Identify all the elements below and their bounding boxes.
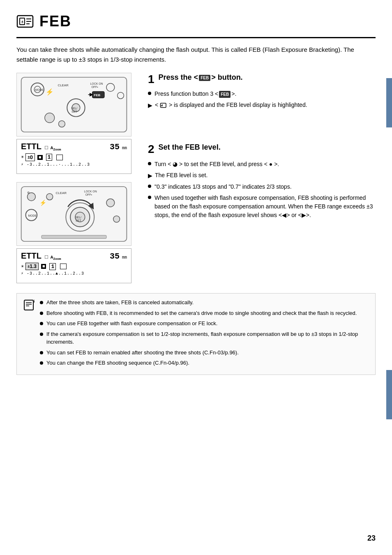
note-text-5: You can set FEB to remain enabled after … <box>46 349 239 357</box>
note-text-4: If the camera's exposure compensation is… <box>46 330 369 346</box>
note-text-1: After the three shots are taken, FEB is … <box>46 298 194 307</box>
svg-text:LOCK ON: LOCK ON <box>84 190 97 193</box>
svg-rect-46 <box>24 300 33 310</box>
step-1-bullet-2: ▶ < > is displayed and the FEB level dis… <box>148 101 376 110</box>
bullet-dot-2c <box>148 196 151 199</box>
step-1-bullet-1: Press function button 3 <FEB>. <box>148 90 376 98</box>
dp1-mm: mm <box>122 146 127 150</box>
note-item-3: You can use FEB together with flash expo… <box>40 319 369 328</box>
dp2-rect <box>60 264 67 269</box>
note-text-6: You can change the FEB shooting sequence… <box>46 359 189 367</box>
step-2-bullet-3-text: "0.3" indicates 1/3 stops and "0.7" indi… <box>154 183 292 191</box>
svg-text:LOCK ON: LOCK ON <box>90 82 103 85</box>
dp2-scale-row: ⚡ -3..2..1..▲..1..2..3 <box>21 271 127 276</box>
svg-text:MODE: MODE <box>28 214 37 217</box>
svg-text:SET: SET <box>76 219 81 222</box>
step-2-bullet-3: "0.3" indicates 1/3 stops and "0.7" indi… <box>148 183 376 191</box>
arrow-marker: ▶ <box>148 101 152 110</box>
dp2-mm: mm <box>122 255 127 260</box>
note-dot-5 <box>40 351 43 354</box>
header-divider <box>16 37 376 38</box>
svg-text:⚡: ⚡ <box>46 88 54 96</box>
feb-badge-inline: FEB <box>219 91 231 98</box>
camera-diagram-side: ⚙ MODE ⚡ CLEAR LOCK ON OFF• <box>16 182 131 246</box>
note-text-3: You can use FEB together with flash expo… <box>46 319 217 328</box>
step-2: 2 Set the FEB level. Turn < ◕ > to set t… <box>148 143 376 219</box>
spacer <box>16 176 140 180</box>
dp2-badge: ■ <box>41 264 46 269</box>
svg-point-41 <box>113 216 120 222</box>
step-2-bullet-2: ▶ The FEB level is set. <box>148 171 376 180</box>
step-2-bullet-1: Turn < ◕ > to set the FEB level, and pre… <box>148 160 376 169</box>
notes-section: i After the three shots are taken, FEB i… <box>16 293 376 375</box>
step-1-title: Press the <FEB> button. <box>159 73 243 82</box>
left-column: MODE ⚡ SEL/ SET CLEAR LOCK ON OFF• FEB <box>16 73 140 283</box>
dp2-icon: ☀️ <box>21 264 24 270</box>
bullet-dot-2a <box>148 162 151 165</box>
dp2-az: AZoom <box>51 255 61 261</box>
notes-list: After the three shots are taken, FEB is … <box>40 298 369 370</box>
step-1-bullets: Press function button 3 <FEB>. ▶ < > is … <box>148 90 376 110</box>
dp1-ettl: ETTL <box>21 142 42 151</box>
svg-text:⚡: ⚡ <box>39 199 47 206</box>
svg-text:FEB: FEB <box>94 93 100 97</box>
svg-text:SEL/: SEL/ <box>75 216 81 219</box>
page-number: 23 <box>367 534 376 543</box>
svg-point-24 <box>58 120 65 127</box>
svg-point-23 <box>45 113 55 123</box>
note-item-4: If the camera's exposure compensation is… <box>40 330 369 346</box>
svg-text:CLEAR: CLEAR <box>56 191 67 195</box>
note-text-2: Before shooting with FEB, it is recommen… <box>46 309 357 317</box>
display-panel-2: ETTL □ AZoom 35 mm ☀️ ±1.3 ■ 1 ⚡ -3..2..… <box>16 248 131 283</box>
note-dot-2 <box>40 312 43 315</box>
camera-diagram-top: MODE ⚡ SEL/ SET CLEAR LOCK ON OFF• FEB <box>16 73 131 136</box>
note-item-2: Before shooting with FEB, it is recommen… <box>40 309 369 317</box>
dp1-35: 35 <box>110 142 120 152</box>
page-header: ± FEB <box>16 12 376 30</box>
step-2-number: 2 <box>148 143 154 155</box>
step-2-bullet-4-text: When used together with flash exposure c… <box>154 194 376 220</box>
note-item-5: You can set FEB to remain enabled after … <box>40 349 369 357</box>
bullet-dot-2b <box>148 185 151 188</box>
step-2-bullet-4: When used together with flash exposure c… <box>148 194 376 220</box>
step-1-bullet-1-text: Press function button 3 <FEB>. <box>154 90 236 98</box>
svg-text:⚙: ⚙ <box>27 191 30 194</box>
display-panel-1: ETTL □ AZoom 35 mm ☀️ ±0 ■ 1 ⚡ -3..2..1.… <box>16 139 131 174</box>
note-dot-4 <box>40 333 43 336</box>
note-item-1: After the three shots are taken, FEB is … <box>40 298 369 307</box>
step-2-bullet-2-text: The FEB level is set. <box>155 171 208 180</box>
svg-point-39 <box>46 194 53 200</box>
dp1-scale-row: ⚡ -3..2..1...·...1..2..3 <box>21 162 127 167</box>
dp2-scale: ±1.3 <box>25 263 39 270</box>
notes-icon: i <box>23 299 35 370</box>
step-1: 1 Press the <FEB> button. Press function… <box>148 73 376 110</box>
dp1-badge: ■ <box>37 155 43 160</box>
note-dot-1 <box>40 301 43 304</box>
step-1-bullet-2-text: < > is displayed and the FEB level displ… <box>155 101 307 109</box>
step-1-number: 1 <box>148 74 154 85</box>
svg-text:CLEAR: CLEAR <box>58 83 69 87</box>
svg-text:OFF•: OFF• <box>85 193 92 196</box>
dp1-icon: ☀️ <box>21 154 24 160</box>
svg-text:MODE: MODE <box>35 88 44 91</box>
intro-paragraph: You can take three shots while automatic… <box>16 45 376 65</box>
bullet-dot <box>148 92 151 95</box>
feb-icon: ± <box>16 12 35 30</box>
svg-text:SET: SET <box>71 110 77 113</box>
main-content: MODE ⚡ SEL/ SET CLEAR LOCK ON OFF• FEB <box>16 73 376 283</box>
page-title: FEB <box>39 13 71 30</box>
svg-text:i: i <box>34 299 35 303</box>
svg-text:OFF•: OFF• <box>91 86 98 88</box>
note-item-6: You can change the FEB shooting sequence… <box>40 359 369 367</box>
dp1-rect <box>56 155 63 160</box>
step-2-bullets: Turn < ◕ > to set the FEB level, and pre… <box>148 160 376 220</box>
dp1-scale: ±0 <box>25 153 35 161</box>
arrow-marker-2: ▶ <box>148 171 152 180</box>
side-decoration-bottom <box>386 370 392 419</box>
right-column: 1 Press the <FEB> button. Press function… <box>140 73 376 283</box>
svg-text:±: ± <box>21 20 23 24</box>
step-2-bullet-1-text: Turn < ◕ > to set the FEB level, and pre… <box>154 160 279 169</box>
note-dot-3 <box>40 322 43 325</box>
dp1-az: AZoom <box>51 146 61 151</box>
feb-badge-title-1: FEB <box>199 75 210 81</box>
